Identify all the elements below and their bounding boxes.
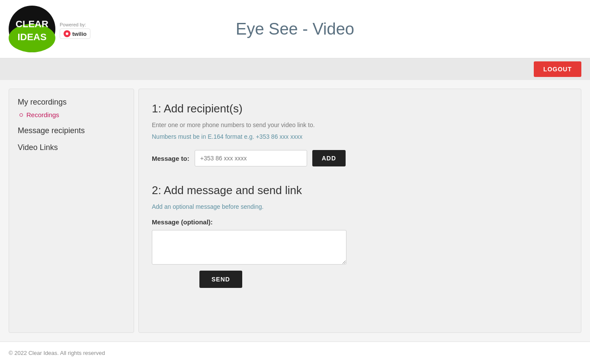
- message-to-input[interactable]: [195, 150, 307, 166]
- step1-section: 1: Add recipient(s) Enter one or more ph…: [152, 102, 568, 166]
- message-optional-label: Message (optional):: [152, 218, 568, 226]
- page-title: Eye See - Video: [236, 20, 354, 38]
- step1-desc-line2: Numbers must be in E.164 format e.g. +35…: [152, 132, 568, 141]
- sub-header: LOGOUT: [0, 58, 590, 80]
- page-header: CLEAR IDEAS Powered by: twilio Eye See -…: [0, 0, 590, 58]
- svg-text:IDEAS: IDEAS: [17, 32, 46, 42]
- twilio-badge: twilio: [60, 29, 90, 39]
- add-button[interactable]: ADD: [312, 150, 346, 166]
- powered-by-label: Powered by:: [60, 22, 86, 27]
- step2-heading: 2: Add message and send link: [152, 184, 568, 197]
- twilio-label: twilio: [72, 31, 87, 37]
- sidebar-item-recordings[interactable]: Recordings: [18, 111, 125, 118]
- content-area: 1: Add recipient(s) Enter one or more ph…: [138, 89, 581, 333]
- page-footer: © 2022 Clear Ideas. All rights reserved: [0, 342, 590, 364]
- step1-desc-text2: Numbers must be in E.164 format e.g. +35…: [152, 133, 302, 140]
- logout-button[interactable]: LOGOUT: [534, 61, 581, 77]
- step1-heading: 1: Add recipient(s): [152, 102, 568, 115]
- powered-by-area: Powered by: twilio: [60, 6, 90, 39]
- message-to-row: Message to: ADD: [152, 150, 568, 166]
- recordings-link-label: Recordings: [26, 111, 59, 118]
- svg-text:CLEAR: CLEAR: [16, 19, 48, 29]
- sidebar-section-video-links: Video Links: [18, 143, 125, 152]
- sidebar-section-my-recordings: My recordings: [18, 98, 125, 107]
- twilio-icon: [64, 30, 71, 37]
- sidebar-section-message-recipients: Message recipients: [18, 126, 125, 135]
- step2-section: 2: Add message and send link Add an opti…: [152, 175, 568, 288]
- message-optional-group: Message (optional):: [152, 218, 568, 265]
- step2-desc: Add an optional message before sending.: [152, 202, 568, 211]
- sidebar: My recordings Recordings Message recipie…: [9, 89, 134, 333]
- recordings-dot-icon: [19, 113, 23, 117]
- logo-svg: CLEAR IDEAS: [9, 6, 55, 52]
- message-to-label: Message to:: [152, 155, 189, 162]
- step2-desc-text: Add an optional message before sending.: [152, 203, 263, 210]
- message-optional-textarea[interactable]: [152, 230, 346, 265]
- logo-icon: CLEAR IDEAS: [9, 6, 55, 52]
- send-button[interactable]: SEND: [199, 271, 242, 288]
- step1-desc-line1: Enter one or more phone numbers to send …: [152, 121, 568, 130]
- step1-desc-text1: Enter one or more phone numbers to send …: [152, 121, 315, 128]
- logo-area: CLEAR IDEAS Powered by: twilio: [9, 6, 90, 52]
- main-layout: My recordings Recordings Message recipie…: [0, 80, 590, 342]
- copyright-text: © 2022 Clear Ideas. All rights reserved: [9, 350, 105, 356]
